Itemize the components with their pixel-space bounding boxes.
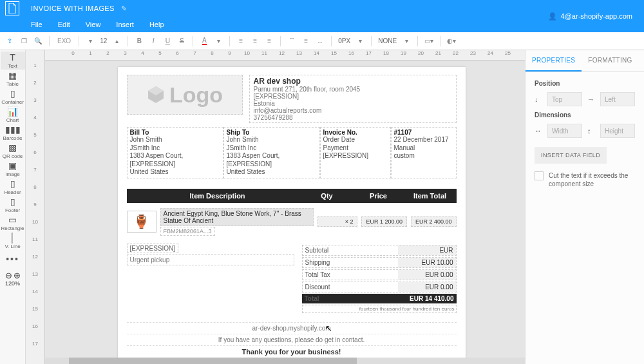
zoom-in-icon[interactable]: ⊕ — [14, 271, 21, 280]
tab-properties[interactable]: PROPERTIES — [526, 50, 582, 72]
border-value[interactable]: NONE — [377, 37, 398, 44]
valign-bot-icon[interactable]: ⎵ — [314, 35, 326, 47]
tool-chart[interactable]: 📊Chart — [1, 106, 25, 124]
arrow-right-icon: → — [587, 95, 595, 103]
logo-placeholder[interactable]: Logo — [127, 75, 243, 115]
height-input[interactable]: Height — [600, 124, 635, 138]
document-icon — [5, 1, 19, 15]
app-header: INVOICE WITH IMAGES ✎ File Edit View Ins… — [0, 0, 644, 32]
copy-icon[interactable]: ❐ — [18, 35, 30, 47]
notes-text[interactable]: Urgent pickup — [127, 254, 294, 265]
search-icon[interactable]: 🔍 — [32, 35, 44, 47]
arrow-down-icon: ↓ — [535, 95, 542, 103]
valign-top-icon[interactable]: ⎴ — [286, 35, 298, 47]
align-right-icon[interactable]: ≡ — [263, 35, 275, 47]
dimensions-label: Dimensions — [535, 111, 635, 119]
horizontal-ruler: 0123456789101112131415161718192021222324… — [45, 50, 525, 61]
item-total[interactable]: EUR 2 400.00 — [411, 216, 457, 227]
totals-block[interactable]: SubtotalEUR ShippingEUR 10.00 Total TaxE… — [302, 244, 457, 313]
zoom-level: 120% — [5, 280, 20, 287]
tab-formatting[interactable]: FORMATTING — [582, 50, 638, 72]
item-qty[interactable]: × 2 — [317, 216, 357, 227]
tool-qrcode[interactable]: ▩QR code — [1, 142, 25, 160]
tool-vline[interactable]: │V. Line — [1, 232, 25, 250]
insert-data-field-button[interactable]: INSERT DATA FIELD — [535, 147, 607, 164]
company-block[interactable]: AR dev shop Parnu mnt 271, 20th floor, r… — [249, 75, 457, 123]
meta-values[interactable]: #1107 22 December 2017 Manual custom — [391, 127, 457, 178]
left-input[interactable]: Left — [600, 92, 635, 106]
tool-footer[interactable]: ▯Footer — [1, 196, 25, 214]
width-icon: ↔ — [535, 127, 542, 135]
tool-header[interactable]: ▯Header — [1, 178, 25, 196]
fontsize-up-icon[interactable]: ▴ — [111, 35, 122, 47]
menu-view[interactable]: View — [86, 21, 101, 28]
underline-icon[interactable]: U — [162, 35, 173, 47]
document-title: INVOICE WITH IMAGES — [31, 5, 115, 12]
fill-color-icon[interactable]: ◐▾ — [446, 35, 457, 47]
tool-more[interactable]: ••• — [1, 250, 25, 268]
item-thumbnail[interactable]: 🏺 — [127, 211, 156, 233]
spacing-value[interactable]: 0PX — [337, 37, 352, 44]
cut-text-checkbox[interactable] — [535, 171, 544, 180]
width-input[interactable]: Width — [547, 124, 582, 138]
format-toolbar: ⇪ ❐ 🔍 EXO ▾ 12 ▴ B I U S A ▾ ≡ ≡ ≡ ⎴ ≡ ⎵… — [0, 32, 644, 50]
font-size[interactable]: 12 — [99, 37, 108, 44]
bold-icon[interactable]: B — [133, 35, 145, 47]
align-left-icon[interactable]: ≡ — [235, 35, 247, 47]
user-email[interactable]: 4@ar-shopify-app.com — [561, 12, 632, 20]
italic-icon[interactable]: I — [147, 35, 159, 47]
tool-text[interactable]: TText — [1, 52, 25, 70]
properties-panel: PROPERTIES FORMATTING Position ↓ Top → L… — [525, 50, 644, 364]
item-description[interactable]: Ancient Egypt King, Blue Stone Work, 7''… — [160, 208, 314, 226]
document-page[interactable]: Logo AR dev shop Parnu mnt 271, 20th flo… — [118, 67, 466, 364]
tool-container[interactable]: ▯Container — [1, 88, 25, 106]
tool-image[interactable]: ▣Image — [1, 160, 25, 178]
item-sku[interactable]: FBM2M82061A...3 — [160, 227, 215, 236]
border-color-icon[interactable]: ▭▾ — [423, 35, 435, 47]
horizontal-scrollbar[interactable] — [45, 358, 525, 364]
notes-label[interactable]: [EXPRESSION] — [127, 244, 179, 253]
total-words: fourteen thousand four hundred ten euros — [302, 305, 457, 313]
meta-labels[interactable]: Invoice No. Order Date Payment [EXPRESSI… — [320, 127, 391, 178]
align-center-icon[interactable]: ≡ — [249, 35, 261, 47]
tool-palette: TText ▦Table ▯Container 📊Chart ▮▮▮Barcod… — [0, 50, 26, 364]
zoom-out-icon[interactable]: ⊖ — [5, 271, 12, 280]
tool-table[interactable]: ▦Table — [1, 70, 25, 88]
strike-icon[interactable]: S — [176, 35, 187, 47]
text-color-icon[interactable]: A — [198, 35, 210, 47]
cut-text-label: Cut the text if it exceeds the component… — [549, 171, 635, 188]
position-label: Position — [535, 80, 635, 87]
text-color-more-icon[interactable]: ▾ — [213, 35, 224, 47]
footer-block[interactable]: ar-dev-shop.myshopify.com If you have an… — [127, 322, 457, 358]
tool-barcode[interactable]: ▮▮▮Barcode — [1, 124, 25, 142]
font-select[interactable]: EXO — [55, 37, 73, 44]
vertical-ruler: 1234567891011121314151617 — [26, 50, 45, 364]
user-icon: 👤 — [548, 12, 557, 21]
ship-to-block[interactable]: Ship To John SmithJSmith Inc 1383 Aspen … — [223, 127, 320, 178]
valign-mid-icon[interactable]: ≡ — [300, 35, 312, 47]
bill-to-block[interactable]: Bill To John SmithJSmith Inc 1383 Aspen … — [127, 127, 223, 178]
menu-file[interactable]: File — [31, 21, 43, 28]
menu-edit[interactable]: Edit — [58, 21, 70, 28]
height-icon: ↕ — [587, 127, 595, 135]
fontsize-down-icon[interactable]: ▾ — [84, 35, 96, 47]
item-price[interactable]: EUR 1 200.00 — [361, 216, 407, 227]
edit-title-icon[interactable]: ✎ — [121, 5, 127, 13]
menu-insert[interactable]: Insert — [116, 21, 134, 28]
line-item[interactable]: 🏺 Ancient Egypt King, Blue Stone Work, 7… — [127, 208, 457, 236]
share-icon[interactable]: ⇪ — [4, 35, 15, 47]
items-header: Item Description Qty Price Item Total — [127, 189, 457, 203]
tool-rectangle[interactable]: ▭Rectangle — [1, 214, 25, 232]
menu-help[interactable]: Help — [149, 21, 164, 28]
top-input[interactable]: Top — [547, 92, 582, 106]
